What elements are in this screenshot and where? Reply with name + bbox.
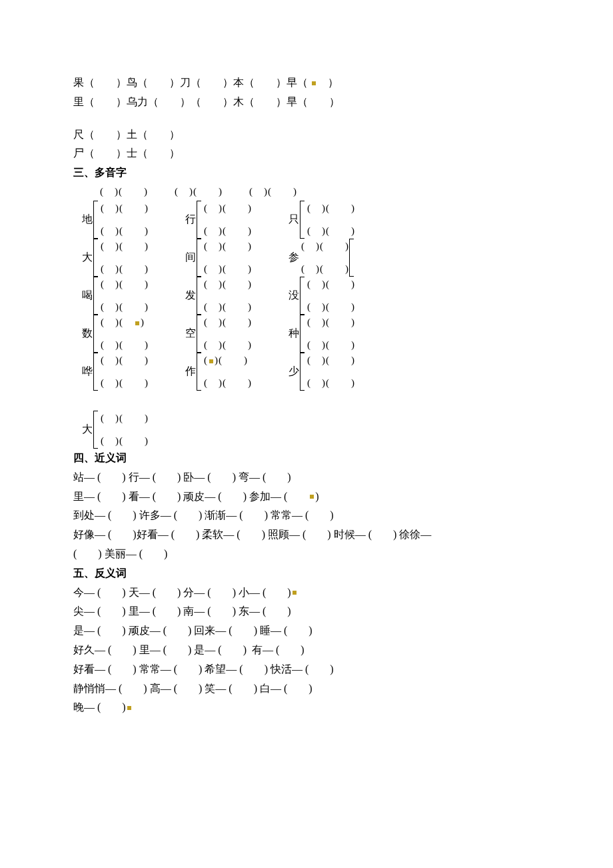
word: 好看 bbox=[73, 660, 95, 679]
poly-char: 作 bbox=[185, 362, 197, 381]
word: 笑 bbox=[205, 679, 215, 699]
word: 常常 bbox=[271, 506, 292, 525]
poly-char: 间 bbox=[185, 248, 197, 267]
paren-blank: ( )( ) bbox=[204, 315, 252, 329]
synonym-row: ( ) 美丽 — ( ) bbox=[73, 545, 560, 564]
poly-char: 发 bbox=[185, 286, 197, 305]
synonym-block: 站 — ( ) 行 — ( ) 卧 — ( ) 弯 — ( ) 里 — ( ) … bbox=[73, 468, 560, 564]
poly-group: 哗 ( )( ) ( )( ) bbox=[81, 353, 185, 391]
word: 回来 bbox=[194, 621, 215, 641]
antonym-row: 晚 — ( ) bbox=[73, 698, 560, 717]
poly-char: 数 bbox=[81, 324, 93, 343]
poly-row: 大 ( )( ) ( )( ) bbox=[81, 411, 560, 449]
poly-row: 数 ( )( ) ( )( ) 空 ( )( ) ( )( ) 种 ( )( )… bbox=[81, 315, 560, 353]
word: 今 bbox=[73, 583, 84, 603]
word: 东 bbox=[239, 602, 249, 621]
paren-blank: ( )( ) bbox=[101, 239, 149, 253]
word: 渐渐 bbox=[205, 506, 226, 525]
poly-group: 少 ( )( ) ( )( ) bbox=[288, 353, 391, 391]
word: 晚 bbox=[73, 698, 84, 717]
word: 许多 bbox=[139, 506, 161, 525]
poly-row: 大 ( )( ) ( )( ) 间 ( )( ) ( )( ) 参 ( )( )… bbox=[81, 239, 560, 277]
word: 有 bbox=[252, 641, 263, 660]
word: 里 bbox=[129, 602, 139, 621]
word: 天 bbox=[129, 583, 139, 603]
char: 尸 bbox=[73, 144, 84, 163]
section-3-title: 三、多音字 bbox=[73, 163, 560, 183]
paren-blank: （ ） bbox=[297, 93, 340, 112]
bracket-icon bbox=[197, 315, 201, 353]
word: 白 bbox=[260, 679, 271, 699]
bracket-icon bbox=[300, 315, 305, 353]
antonym-block: 今 — ( ) 天 — ( ) 分 — ( ) 小 — ( ) 尖 — ( ) … bbox=[73, 583, 560, 718]
paren-blank: ( )( ) bbox=[307, 277, 355, 291]
word: 顽皮 bbox=[129, 621, 150, 641]
section-5-title: 五、反义词 bbox=[73, 564, 560, 583]
poly-group: 空 ( )( ) ( )( ) bbox=[185, 315, 288, 353]
word: 南 bbox=[183, 602, 194, 621]
bracket-icon bbox=[93, 353, 98, 391]
poly-group: 地 ( )( ) ( )( ) bbox=[81, 201, 185, 239]
word: 到处 bbox=[73, 506, 95, 525]
word: 弯 bbox=[239, 468, 249, 487]
poly-group: 大 ( )( ) ( )( ) bbox=[81, 411, 185, 449]
poly-group: 没 ( )( ) ( )( ) bbox=[288, 277, 391, 315]
paren-blank: ( )( ) bbox=[101, 201, 149, 215]
section-4-title: 四、近义词 bbox=[73, 449, 560, 468]
paren-blank: ( )( ) bbox=[204, 277, 252, 291]
paren-blank: ( )( ) bbox=[307, 201, 355, 215]
paren-blank: （ ） bbox=[84, 93, 127, 112]
paren-blank: ( )( ) bbox=[307, 224, 355, 238]
poly-char: 哗 bbox=[81, 362, 93, 381]
paren-blank: ( )( ) bbox=[101, 224, 149, 238]
synonym-row: 好像 — ( ) 好看 — ( ) 柔软 — ( ) 照顾 — ( ) 时候 —… bbox=[73, 525, 560, 545]
paren-blank: ( )( ) bbox=[204, 201, 252, 215]
dot-marker bbox=[209, 359, 213, 363]
dot-marker bbox=[135, 321, 139, 325]
poly-char: 空 bbox=[185, 324, 197, 343]
word: 站 bbox=[73, 468, 84, 487]
word: 卧 bbox=[183, 468, 194, 487]
dot-marker bbox=[127, 706, 131, 710]
antonym-row: 好久 — ( ) 里 — ( ) 是 — ( ) 有 — ( ) bbox=[73, 641, 560, 660]
paren-blank: ( )( ) bbox=[101, 338, 149, 352]
word: 希望 bbox=[205, 660, 226, 679]
bracket-icon bbox=[93, 315, 98, 353]
synonym-row: 里 — ( ) 看 — ( ) 顽皮 — ( ) 参加 — ( ) bbox=[73, 487, 560, 507]
bracket-icon bbox=[300, 353, 305, 391]
synonym-row: 到处 — ( ) 许多 — ( ) 渐渐 — ( ) 常常 — ( ) bbox=[73, 506, 560, 525]
char: 木 bbox=[233, 93, 244, 112]
paren-blank: ( )( ) bbox=[301, 262, 349, 276]
char-pair-row: 里（ ） 乌力（ ） （ ） 木（ ） 旱（ ） bbox=[73, 93, 560, 112]
paren-blank: （ ） bbox=[191, 73, 233, 93]
poly-char: 行 bbox=[185, 210, 197, 229]
word: 照顾 bbox=[268, 525, 289, 545]
poly-row: 喝 ( )( ) ( )( ) 发 ( )( ) ( )( ) 没 ( )( )… bbox=[81, 277, 560, 315]
bracket-icon bbox=[300, 201, 305, 239]
word: 顽皮 bbox=[183, 487, 205, 507]
paren-blank: ( )( ) bbox=[249, 183, 297, 201]
char: 旱 bbox=[287, 93, 297, 112]
char: 土 bbox=[127, 125, 137, 145]
paren-blank: ( )( ) bbox=[101, 277, 149, 291]
char-pair-block-1: 果（ ） 鸟（ ） 刀（ ） 本（ ） 早（ ） 里（ ） 乌力（ ） （ ） … bbox=[73, 73, 560, 112]
poly-char: 没 bbox=[288, 286, 300, 305]
poly-header-row: ( )( ) ( )( ) ( )( ) bbox=[100, 183, 560, 201]
bracket-icon bbox=[300, 277, 305, 315]
bracket-icon bbox=[197, 353, 201, 391]
char: 里 bbox=[73, 93, 84, 112]
paren-blank: ( )( ) bbox=[101, 411, 149, 425]
word: 尖 bbox=[73, 602, 84, 621]
poly-char: 大 bbox=[81, 248, 93, 267]
paren-blank: ( )( ) bbox=[307, 353, 355, 367]
paren-blank: ( )( ) bbox=[204, 376, 252, 390]
paren-blank: （ ） bbox=[148, 93, 191, 112]
paren-blank: ( )( ) bbox=[101, 376, 149, 390]
word: 分 bbox=[183, 583, 194, 603]
word: 里 bbox=[139, 641, 150, 660]
paren-blank: ( )( ) bbox=[204, 239, 252, 253]
poly-row: 哗 ( )( ) ( )( ) 作 ()( ) ( )( ) 少 ( )( ) … bbox=[81, 353, 560, 391]
paren-blank: ( )( ) bbox=[307, 338, 355, 352]
word: 静悄悄 bbox=[73, 679, 105, 699]
paren-blank: ( )( ) bbox=[101, 434, 149, 448]
